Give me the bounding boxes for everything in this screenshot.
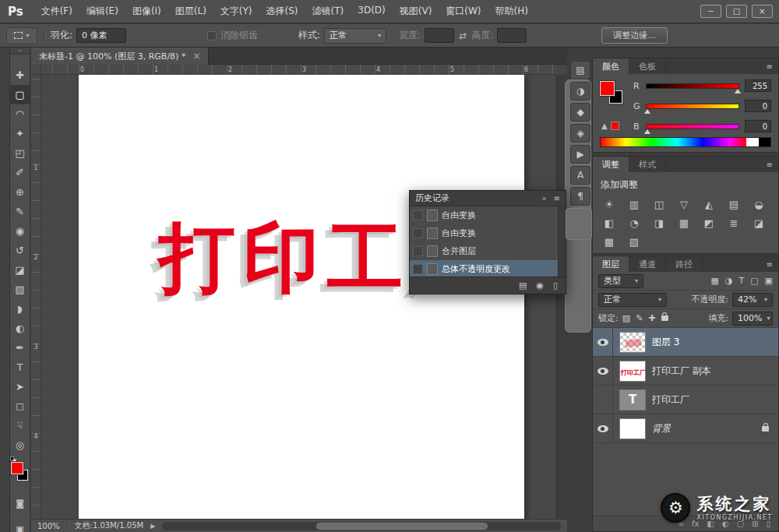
shape-tool[interactable]: ◻ (10, 396, 30, 416)
dock-character-icon[interactable]: A (570, 166, 590, 185)
adj-exposure-icon[interactable]: ▽ (671, 195, 696, 213)
panel-menu-icon[interactable]: ≡ (554, 194, 560, 203)
green-slider[interactable] (646, 104, 739, 109)
brush-tool[interactable]: ✎ (10, 202, 30, 221)
delete-state-icon[interactable]: ▯ (553, 280, 558, 291)
filter-pixel-layers-icon[interactable]: ▦ (710, 276, 718, 286)
filter-type-layers-icon[interactable]: T (738, 276, 744, 286)
tab-color[interactable]: 颜色 (593, 58, 629, 74)
slider-thumb[interactable] (644, 129, 650, 134)
adj-brightness-contrast-icon[interactable]: ☀ (597, 195, 622, 213)
gradient-tool[interactable]: ▧ (10, 280, 30, 299)
menu-item[interactable]: 选择(S) (259, 5, 305, 18)
layer-row-0[interactable]: 图层 3 (593, 328, 778, 357)
layer-row-1[interactable]: 打印工厂 打印工厂 副本 (593, 357, 778, 386)
zoom-tool[interactable]: ◎ (10, 435, 30, 455)
new-document-from-state-icon[interactable]: ▤ (519, 280, 527, 291)
adj-color-balance-icon[interactable]: ◒ (746, 195, 771, 213)
healing-brush-tool[interactable]: ⊕ (10, 182, 30, 202)
vertical-scrollbar[interactable] (556, 75, 567, 519)
red-value-input[interactable]: 255 (745, 79, 771, 92)
dodge-tool[interactable]: ◐ (10, 319, 30, 338)
history-source-checkbox[interactable] (413, 246, 423, 256)
lock-all-icon[interactable] (661, 315, 668, 321)
eraser-tool[interactable]: ◪ (10, 260, 30, 280)
tab-paths[interactable]: 路径 (666, 256, 703, 272)
panel-menu-icon[interactable]: ≡ (761, 58, 778, 74)
path-selection-tool[interactable]: ➤ (10, 377, 30, 396)
adj-black-white-icon[interactable]: ◧ (597, 213, 622, 232)
antialias-checkbox[interactable] (207, 31, 217, 41)
swap-dimensions-icon[interactable]: ⇄ (459, 30, 467, 41)
tab-channels[interactable]: 通道 (629, 256, 666, 272)
menu-item[interactable]: 3D(D) (351, 5, 392, 18)
tab-swatches[interactable]: 色板 (629, 58, 666, 74)
foreground-color-swatch[interactable] (11, 462, 23, 474)
move-tool[interactable]: ✚ (10, 65, 30, 85)
dock-info-icon[interactable]: ◈ (570, 124, 590, 143)
lock-position-icon[interactable]: ✚ (648, 313, 655, 323)
blur-tool[interactable]: ◗ (10, 299, 30, 319)
visibility-toggle[interactable] (593, 386, 613, 414)
style-select[interactable]: 正常 ▾ (324, 28, 386, 44)
close-button[interactable]: × (752, 5, 773, 18)
adj-curves-icon[interactable]: ◫ (647, 195, 671, 213)
fill-select[interactable]: 100% ▾ (732, 312, 773, 326)
adj-invert-icon[interactable]: ◩ (696, 213, 721, 232)
adj-channel-mixer-icon[interactable]: ◨ (647, 213, 671, 232)
history-state[interactable]: 自由变换 (410, 224, 558, 242)
history-source-checkbox[interactable] (413, 210, 423, 220)
height-input[interactable] (497, 28, 527, 43)
zoom-level[interactable]: 100% (37, 522, 60, 530)
history-source-checkbox[interactable] (413, 228, 423, 238)
pen-tool[interactable]: ✒ (10, 338, 30, 358)
menu-item[interactable]: 编辑(E) (79, 5, 125, 18)
tab-layers[interactable]: 图层 (593, 256, 629, 272)
document-tab[interactable]: 未标题-1 @ 100% (图层 3, RGB/8) * × (31, 48, 209, 65)
slider-thumb[interactable] (735, 89, 741, 93)
adj-hue-saturation-icon[interactable]: ▤ (721, 195, 746, 213)
canvas[interactable]: 打印工厂 (79, 75, 524, 519)
panel-menu-icon[interactable]: ≡ (761, 157, 778, 172)
adj-levels-icon[interactable]: ▥ (622, 195, 647, 213)
status-expand-icon[interactable]: ▶ (150, 523, 155, 530)
lock-transparent-pixels-icon[interactable]: ▨ (622, 313, 630, 323)
eyedropper-tool[interactable]: ✐ (10, 163, 30, 182)
layer-thumbnail[interactable] (619, 332, 646, 353)
collapse-panel-icon[interactable]: » (541, 194, 546, 203)
hand-tool[interactable]: ☟ (10, 416, 30, 435)
refine-edge-button[interactable]: 调整边缘… (601, 27, 668, 44)
layer-name[interactable]: 图层 3 (652, 336, 679, 349)
blue-slider[interactable] (646, 124, 739, 129)
canvas-viewport[interactable]: 打印工厂 (41, 75, 556, 519)
tab-styles[interactable]: 样式 (629, 157, 666, 172)
foreground-color-swatch[interactable] (600, 81, 615, 96)
menu-item[interactable]: 滤镜(T) (305, 5, 351, 18)
crop-tool[interactable]: ◰ (10, 143, 30, 163)
adj-selective-color-icon[interactable]: ▩ (597, 232, 622, 251)
filter-type-select[interactable]: 类型 ▾ (598, 274, 643, 288)
blend-mode-select[interactable]: 正常 ▾ (598, 293, 667, 307)
menu-item[interactable]: 文件(F) (34, 5, 79, 18)
layer-thumbnail[interactable]: T (619, 389, 646, 410)
slider-thumb[interactable] (644, 109, 650, 114)
history-panel-header[interactable]: 历史记录 » ≡ (410, 191, 566, 206)
lock-image-pixels-icon[interactable]: ✎ (636, 313, 643, 323)
menu-item[interactable]: 视图(V) (393, 5, 439, 18)
filter-adjustment-layers-icon[interactable]: ◑ (725, 276, 733, 286)
filter-shape-layers-icon[interactable]: ▢ (750, 276, 758, 286)
adj-posterize-icon[interactable]: ≣ (721, 213, 746, 232)
red-slider[interactable] (646, 83, 739, 89)
clone-stamp-tool[interactable]: ◉ (10, 221, 30, 241)
dock-styles-icon[interactable]: ◆ (570, 103, 590, 122)
maximize-button[interactable]: □ (726, 5, 747, 18)
menu-item[interactable]: 图层(L) (168, 5, 213, 18)
scrollbar-thumb[interactable] (566, 208, 592, 240)
width-input[interactable] (425, 28, 454, 43)
opacity-select[interactable]: 42% ▾ (732, 293, 773, 307)
history-scrollbar[interactable] (558, 206, 566, 277)
menu-item[interactable]: 图像(I) (125, 5, 168, 18)
history-source-checkbox[interactable] (413, 264, 423, 274)
filter-smart-object-icon[interactable]: ▣ (765, 276, 773, 286)
tab-adjustments[interactable]: 调整 (593, 157, 629, 172)
